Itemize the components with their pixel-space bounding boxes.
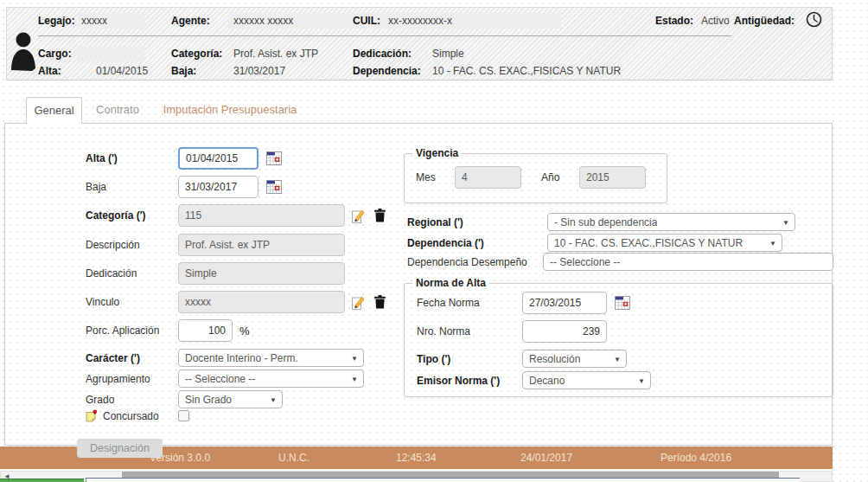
dedicacion-input xyxy=(178,262,345,285)
descripcion-input xyxy=(178,234,345,256)
tab-general[interactable]: General xyxy=(26,97,82,124)
porc-aplicacion-input[interactable] xyxy=(178,319,233,342)
designacion-tab-button[interactable]: Designación xyxy=(77,439,163,458)
background-window-green-edge xyxy=(0,479,84,482)
dependencia-select[interactable]: 10 - FAC. CS. EXAC.,FISICAS Y NATUR ▼ xyxy=(547,234,782,252)
norma-de-alta-fieldset: Norma de Alta Fecha Norma Nro. Norma Tip… xyxy=(404,283,833,397)
tipo-field-label: Tipo (') xyxy=(417,353,522,365)
agente-value: xxxxxx xxxxx xyxy=(233,13,293,29)
alta-header-value: 01/04/2015 xyxy=(96,63,148,79)
clock-time-text: 12:45:34 xyxy=(396,447,437,469)
fecha-norma-calendar-icon[interactable] xyxy=(615,296,630,310)
mes-label: Mes xyxy=(416,171,436,183)
fecha-norma-input[interactable] xyxy=(522,292,607,314)
nro-norma-field-label: Nro. Norma xyxy=(417,325,522,337)
antiguedad-label: Antigüedad: xyxy=(734,13,795,29)
vinculo-delete-icon[interactable] xyxy=(374,295,386,309)
legajo-value: xxxxx xyxy=(81,13,107,29)
designation-form-window: Legajo: xxxxx Agente: xxxxxx xxxxx CUIL:… xyxy=(0,0,868,482)
fecha-norma-field-label: Fecha Norma xyxy=(417,297,522,309)
chevron-down-icon: ▼ xyxy=(351,354,358,362)
chevron-down-icon: ▼ xyxy=(638,376,645,384)
legajo-label: Legajo: xyxy=(38,13,75,29)
categoria-header-label: Categoría: xyxy=(171,46,222,61)
dedicacion-header-value: Simple xyxy=(432,46,464,61)
baja-date-input[interactable] xyxy=(178,176,258,198)
anio-label: Año xyxy=(541,171,559,183)
dedicacion-field-label: Dedicación xyxy=(86,267,178,280)
norma-de-alta-legend: Norma de Alta xyxy=(412,277,489,289)
dependencia-desempenio-select[interactable]: -- Seleccione -- xyxy=(543,253,833,271)
categoria-header-value: Prof. Asist. ex JTP xyxy=(233,46,318,61)
dependencia-header-value: 10 - FAC. CS. EXAC.,FISICAS Y NATUR xyxy=(432,63,621,79)
dependencia-header-label: Dependencia: xyxy=(353,63,421,79)
employee-id-header: Legajo: xxxxx Agente: xxxxxx xxxxx CUIL:… xyxy=(6,7,833,80)
vinculo-input xyxy=(178,291,345,313)
concursado-label: Concursado xyxy=(103,410,159,422)
alta-header-label: Alta: xyxy=(38,63,61,79)
categoria-field-label: Categoría (') xyxy=(86,209,178,222)
concursado-checkbox[interactable] xyxy=(178,410,189,421)
estado-label: Estado: xyxy=(655,13,693,29)
porc-aplicacion-field-label: Porc. Aplicación xyxy=(86,325,178,337)
chevron-down-icon: ▼ xyxy=(614,355,621,363)
estado-value: Activo xyxy=(701,13,730,29)
emisor-norma-select[interactable]: Decano ▼ xyxy=(522,371,651,389)
vigencia-legend: Vigencia xyxy=(412,147,462,159)
background-window-edge xyxy=(86,478,800,482)
baja-header-value: 31/03/2017 xyxy=(233,63,285,79)
categoria-delete-icon[interactable] xyxy=(374,209,386,222)
nro-norma-input[interactable] xyxy=(522,320,607,343)
cuil-value: xx-xxxxxxxx-x xyxy=(388,13,452,29)
periodo-text: Período 4/2016 xyxy=(661,447,731,469)
emisor-norma-field-label: Emisor Norma (') xyxy=(417,375,522,387)
chevron-down-icon: ▼ xyxy=(782,218,789,226)
dedicacion-header-label: Dedicación: xyxy=(353,46,412,61)
header-divider xyxy=(38,35,731,36)
caracter-select[interactable]: Docente Interino - Perm. ▼ xyxy=(178,349,364,367)
alta-calendar-icon[interactable] xyxy=(266,151,282,165)
agente-label: Agente: xyxy=(171,13,210,29)
tab-imputacion-presupuestaria[interactable]: Imputación Presupuestaria xyxy=(153,97,307,124)
clock-icon[interactable] xyxy=(805,10,823,32)
baja-field-label: Baja xyxy=(86,181,178,193)
categoria-edit-icon[interactable] xyxy=(352,209,365,223)
alta-date-input[interactable] xyxy=(178,147,258,170)
person-icon xyxy=(10,30,36,79)
dependencia-field-label: Dependencia (') xyxy=(407,237,547,249)
agrupamiento-select[interactable]: -- Seleccione -- ▼ xyxy=(178,370,364,388)
cargo-value-box xyxy=(77,46,144,61)
caracter-field-label: Carácter (') xyxy=(86,352,178,364)
vigencia-fieldset: Vigencia Mes Año xyxy=(404,153,667,203)
regional-select[interactable]: - Sin sub dependencia ▼ xyxy=(547,213,795,231)
cargo-label: Cargo: xyxy=(38,46,72,61)
regional-field-label: Regional (') xyxy=(407,216,547,228)
agrupamiento-field-label: Agrupamiento xyxy=(86,373,178,385)
tipo-select[interactable]: Resolución ▼ xyxy=(522,350,627,368)
tab-contrato[interactable]: Contrato xyxy=(86,97,150,124)
anio-input xyxy=(579,166,646,189)
vinculo-edit-icon[interactable] xyxy=(352,295,365,310)
dependencia-desempenio-field-label: Dependencia Desempeño xyxy=(407,256,543,268)
mes-input xyxy=(455,166,521,189)
cuil-label: CUIL: xyxy=(353,13,380,29)
institution-text: U.N.C. xyxy=(278,447,310,469)
categoria-input xyxy=(178,204,345,227)
baja-calendar-icon[interactable] xyxy=(266,180,282,194)
grado-field-label: Grado xyxy=(86,394,178,406)
vinculo-field-label: Vinculo xyxy=(86,296,178,308)
chevron-down-icon: ▼ xyxy=(270,395,277,403)
alta-field-label: Alta (') xyxy=(86,152,178,164)
baja-header-label: Baja: xyxy=(171,63,196,79)
date-text: 24/01/2017 xyxy=(520,447,572,469)
grado-select[interactable]: Sin Grado ▼ xyxy=(178,390,283,408)
chevron-down-icon: ▼ xyxy=(351,375,358,382)
chevron-down-icon: ▼ xyxy=(769,239,776,247)
percent-sign: % xyxy=(239,325,250,337)
general-tab-panel: Alta (') Baja Categoría (') Descripc xyxy=(4,123,833,446)
descripcion-field-label: Descripción xyxy=(86,239,178,251)
concursado-note-icon xyxy=(86,409,98,422)
